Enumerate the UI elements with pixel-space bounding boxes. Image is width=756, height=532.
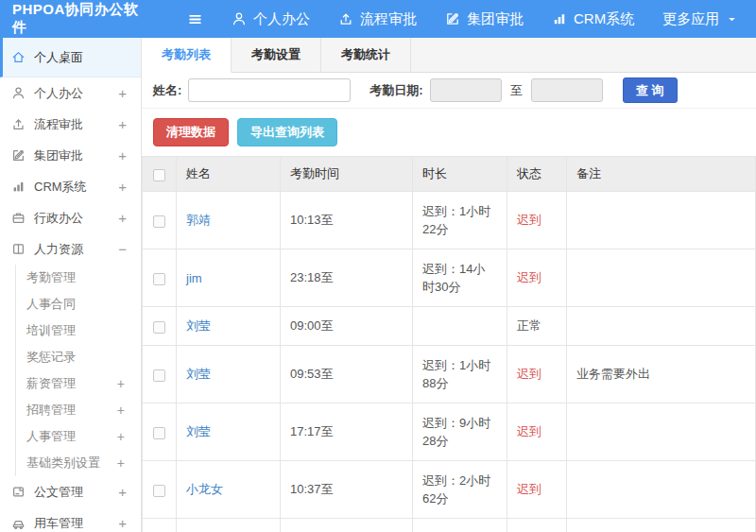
date-from-input[interactable] [430,78,502,102]
sidebar-subitem-label: 薪资管理 [26,375,76,392]
column-header-3: 状态 [507,157,567,192]
expand-plus-icon[interactable]: + [117,455,141,471]
sidebar-item-workflow-approval[interactable]: 流程审批+ [0,109,141,140]
column-header-2: 时长 [413,157,507,192]
expand-plus-icon[interactable]: + [117,376,141,391]
status-cell: 迟到 [507,403,567,461]
tab-bar: 考勤列表考勤设置考勤统计 [142,38,756,73]
attendance-time-cell: 09:00至 [281,307,413,346]
row-checkbox-cell [143,461,177,519]
row-checkbox-cell [143,249,177,307]
main-content: 考勤列表考勤设置考勤统计 姓名: 考勤日期: 至 查 询 清理数据 导出查询列表… [142,38,756,532]
employee-name-link[interactable]: 刘莹 [186,367,211,381]
sidebar-item-label: 行政办公 [34,210,83,227]
attendance-time-cell: 10:13至 [281,192,413,249]
row-checkbox[interactable] [153,427,165,439]
sidebar-item-group-approval[interactable]: 集团审批+ [0,140,141,171]
collapse-minus-icon[interactable]: − [118,241,133,257]
attendance-time-cell: 23:18至 [281,249,413,307]
sidebar-item-human-resources[interactable]: 人力资源− [0,233,141,265]
tab-attendance-list[interactable]: 考勤列表 [142,38,232,73]
expand-plus-icon[interactable]: + [118,484,133,500]
expand-plus-icon[interactable]: + [118,85,133,101]
doc-icon [11,485,26,499]
nav-item-group-approval[interactable]: 集团审批 [445,10,524,28]
table-row: 管理员10:54至10:54迟到：2小时90分早退：7小时10分迟到/早退111… [143,519,756,532]
duration-cell: 迟到：1小时88分 [413,346,507,403]
sidebar-subitem-reward-punish[interactable]: 奖惩记录 [16,344,141,370]
name-filter-input[interactable] [188,78,351,102]
row-checkbox[interactable] [153,369,165,382]
sidebar: 个人桌面个人办公+流程审批+集团审批+CRM系统+行政办公+人力资源−考勤管理人… [0,38,142,532]
status-cell: 迟到 [507,249,567,307]
query-button[interactable]: 查 询 [623,77,678,103]
column-header-4: 备注 [567,157,756,192]
row-checkbox-cell [143,519,177,532]
sidebar-subitem-recruit-mgmt[interactable]: 招聘管理+ [16,397,141,423]
home-icon [11,50,26,64]
select-all-checkbox[interactable] [153,169,165,181]
sidebar-item-personal-office[interactable]: 个人办公+ [0,77,141,109]
row-checkbox[interactable] [153,485,165,497]
employee-name-link[interactable]: 小龙女 [186,482,223,496]
nav-item-workflow-approval[interactable]: 流程审批 [338,10,417,28]
person-icon [11,86,26,100]
sidebar-subitem-label: 考勤管理 [26,269,76,286]
duration-line: 迟到：14小时30分 [422,260,497,296]
sidebar-subitem-attendance-mgmt[interactable]: 考勤管理 [16,265,141,291]
name-cell: 刘莹 [177,307,281,346]
row-checkbox[interactable] [153,273,165,285]
duration-cell [413,307,507,346]
expand-plus-icon[interactable]: + [117,403,141,418]
chart-icon [552,11,567,26]
filter-bar: 姓名: 考勤日期: 至 查 询 [142,73,756,109]
topbar: PHPOA协同办公软件 个人办公流程审批集团审批CRM系统更多应用 [0,0,756,38]
employee-name-link[interactable]: jim [186,271,202,285]
expand-plus-icon[interactable]: + [118,210,133,226]
nav-item-personal-office[interactable]: 个人办公 [232,10,310,28]
duration-cell: 迟到：9小时28分 [413,403,507,461]
expand-plus-icon[interactable]: + [117,429,141,444]
row-checkbox[interactable] [153,215,165,228]
employee-name-link[interactable]: 刘莹 [186,318,211,333]
status-cell: 正常 [507,307,567,346]
expand-plus-icon[interactable]: + [118,179,133,195]
employee-name-link[interactable]: 郭靖 [186,213,211,227]
menu-toggle-icon[interactable] [187,11,203,27]
sidebar-subitem-training-mgmt[interactable]: 培训管理 [16,317,141,344]
sidebar-item-crm-system[interactable]: CRM系统+ [0,171,141,202]
sidebar-item-admin-office[interactable]: 行政办公+ [0,202,141,233]
status-cell: 迟到/早退 [507,519,567,532]
sidebar-subitem-base-category[interactable]: 基础类别设置+ [16,450,141,476]
nav-item-more-apps[interactable]: 更多应用 [662,10,738,28]
remark-cell: 业务需要外出 [567,346,756,403]
expand-plus-icon[interactable]: + [118,116,133,132]
nav-item-crm-system[interactable]: CRM系统 [552,10,634,28]
attendance-time-cell: 09:53至 [281,346,413,403]
table-row: jim23:18至迟到：14小时30分迟到 [143,249,756,307]
sidebar-item-personal-desktop[interactable]: 个人桌面 [0,38,141,77]
remark-cell [567,461,756,519]
date-to-input[interactable] [531,78,603,102]
export-list-button[interactable]: 导出查询列表 [237,118,337,146]
row-checkbox[interactable] [153,321,165,334]
tab-attendance-settings[interactable]: 考勤设置 [232,38,321,72]
table-row: 刘莹09:00至正常 [143,307,756,346]
expand-plus-icon[interactable]: + [118,515,133,531]
sidebar-subitem-salary-mgmt[interactable]: 薪资管理+ [16,370,141,397]
workflow-icon [11,117,26,131]
clean-data-button[interactable]: 清理数据 [153,118,229,146]
sidebar-item-vehicle-mgmt[interactable]: 用车管理+ [0,507,141,532]
name-cell: jim [177,249,281,307]
select-all-cell [143,157,177,192]
sidebar-item-document-mgmt[interactable]: 公文管理+ [0,476,141,507]
row-checkbox-cell [143,192,177,249]
sidebar-subitem-label: 奖惩记录 [26,349,76,366]
expand-plus-icon[interactable]: + [118,147,133,163]
status-badge: 迟到 [517,424,541,438]
sidebar-subitem-hr-contract[interactable]: 人事合同 [16,291,141,317]
employee-name-link[interactable]: 刘莹 [186,424,211,438]
tab-attendance-stats[interactable]: 考勤统计 [321,38,411,72]
sidebar-subitem-personnel-mgmt[interactable]: 人事管理+ [16,423,141,450]
top-nav: 个人办公流程审批集团审批CRM系统更多应用 [203,10,738,28]
